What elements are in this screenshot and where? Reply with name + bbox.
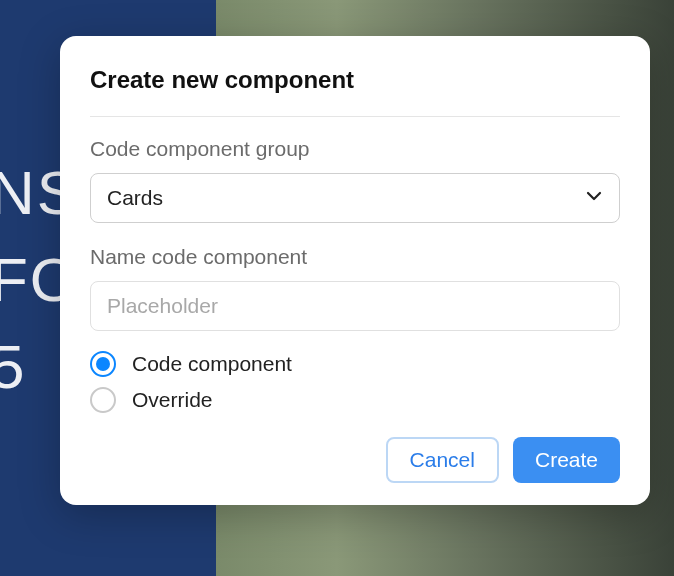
- radio-label: Override: [132, 388, 213, 412]
- radio-override[interactable]: Override: [90, 387, 620, 413]
- modal-footer: Cancel Create: [90, 437, 620, 483]
- divider: [90, 116, 620, 117]
- create-button[interactable]: Create: [513, 437, 620, 483]
- name-label: Name code component: [90, 245, 620, 269]
- create-component-modal: Create new component Code component grou…: [60, 36, 650, 505]
- name-input[interactable]: [90, 281, 620, 331]
- radio-icon: [90, 351, 116, 377]
- type-radio-group: Code component Override: [90, 351, 620, 413]
- cancel-button[interactable]: Cancel: [386, 437, 499, 483]
- group-select-value: Cards: [107, 186, 163, 210]
- radio-code-component[interactable]: Code component: [90, 351, 620, 377]
- radio-label: Code component: [132, 352, 292, 376]
- group-label: Code component group: [90, 137, 620, 161]
- modal-title: Create new component: [90, 66, 620, 94]
- group-select[interactable]: Cards: [90, 173, 620, 223]
- radio-icon: [90, 387, 116, 413]
